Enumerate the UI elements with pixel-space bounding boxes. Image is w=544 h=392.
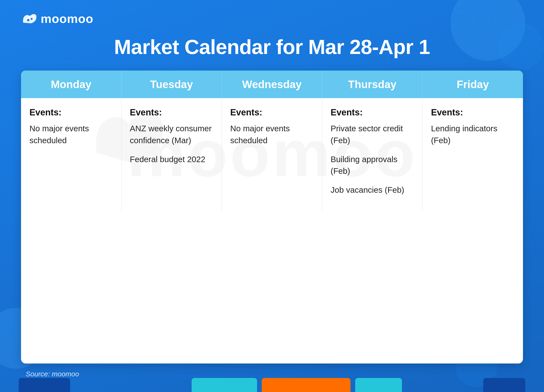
tuesday-event-2: Federal budget 2022	[130, 153, 213, 165]
day-cell-tuesday: Events: ANZ weekly consumer confidence (…	[122, 98, 222, 212]
page-title: Market Calendar for Mar 28-Apr 1	[21, 35, 523, 59]
footer: Source: moomoo	[21, 370, 523, 378]
wednesday-event-1: No major events scheduled	[230, 123, 313, 146]
col-header-monday: Monday	[21, 70, 122, 98]
thursday-event-1: Private sector credit (Feb)	[331, 123, 414, 146]
friday-events-label: Events:	[431, 107, 514, 117]
day-cell-monday: Events: No major events scheduled	[21, 98, 122, 212]
day-cell-wednesday: Events: No major events scheduled	[222, 98, 322, 212]
monday-event-1: No major events scheduled	[30, 123, 113, 146]
thursday-event-3: Job vacancies (Feb)	[331, 184, 414, 196]
svg-point-0	[27, 19, 30, 21]
svg-point-1	[31, 18, 33, 20]
page-container: moomoo Market Calendar for Mar 28-Apr 1 …	[0, 0, 544, 392]
logo-area: moomoo	[21, 12, 94, 26]
friday-event-1: Lending indicators (Feb)	[431, 123, 514, 146]
source-text: Source: moomoo	[26, 370, 79, 378]
moomoo-logo-icon	[21, 12, 37, 26]
title-section: Market Calendar for Mar 28-Apr 1	[21, 35, 523, 59]
col-header-tuesday: Tuesday	[122, 70, 222, 98]
calendar-wrapper: Monday Tuesday Wednesday Thursday Friday…	[21, 70, 523, 363]
thursday-event-2: Building approvals (Feb)	[331, 153, 414, 177]
wednesday-events-label: Events:	[230, 107, 313, 117]
calendar-header: Monday Tuesday Wednesday Thursday Friday	[21, 70, 523, 98]
tuesday-event-1: ANZ weekly consumer confidence (Mar)	[130, 123, 213, 146]
cells-grid: Events: No major events scheduled Events…	[21, 98, 523, 212]
tuesday-events-label: Events:	[130, 107, 213, 117]
col-header-friday: Friday	[422, 70, 523, 98]
logo-text: moomoo	[41, 12, 94, 26]
calendar-body-area: moomoo Events: No major events scheduled…	[21, 98, 523, 212]
header: moomoo	[21, 12, 523, 26]
col-header-thursday: Thursday	[322, 70, 423, 98]
thursday-events-label: Events:	[331, 107, 414, 117]
monday-events-label: Events:	[30, 107, 113, 117]
col-header-wednesday: Wednesday	[222, 70, 322, 98]
day-cell-thursday: Events: Private sector credit (Feb) Buil…	[322, 98, 423, 212]
day-cell-friday: Events: Lending indicators (Feb)	[422, 98, 523, 212]
